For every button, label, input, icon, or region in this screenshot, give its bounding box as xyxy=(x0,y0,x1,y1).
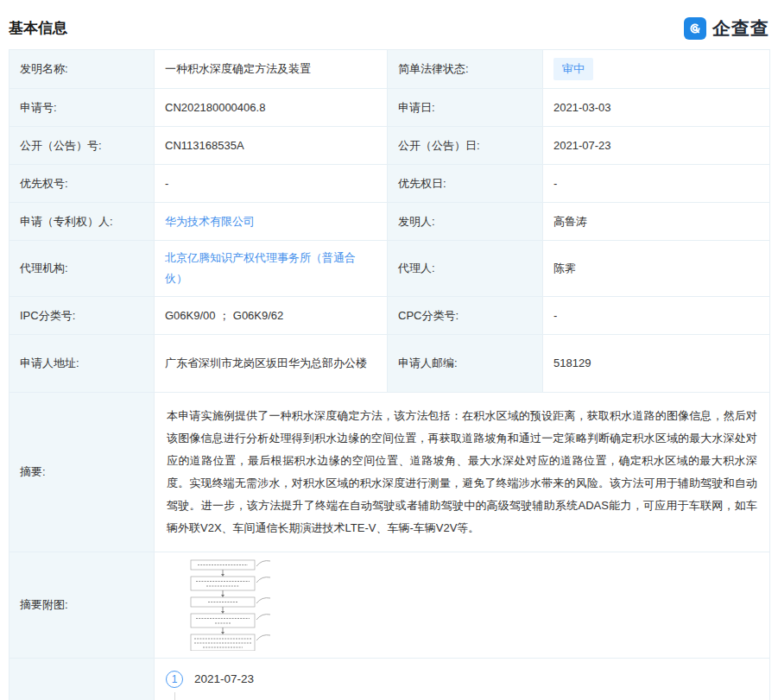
table-row: 摘要: 本申请实施例提供了一种积水深度确定方法，该方法包括：在积水区域的预设距离… xyxy=(9,393,770,552)
agent-value: 陈霁 xyxy=(543,241,770,297)
page-title: 基本信息 xyxy=(9,18,67,38)
cpc-label: CPC分类号: xyxy=(388,297,543,335)
publication-date-label: 公开（公告）日: xyxy=(388,127,543,165)
publication-date-value: 2021-07-23 xyxy=(543,127,770,165)
table-row: 摘要附图: xyxy=(9,552,770,659)
applicant-address-value: 广东省深圳市龙岗区坂田华为总部办公楼 xyxy=(155,335,388,393)
invention-name-label: 发明名称: xyxy=(9,50,155,89)
table-row: IPC分类号: G06K9/00 ； G06K9/62 CPC分类号: - xyxy=(9,297,770,335)
application-no-value: CN202180000406.8 xyxy=(155,89,388,127)
table-row: 申请人地址: 广东省深圳市龙岗区坂田华为总部办公楼 申请人邮编: 518129 xyxy=(9,335,770,393)
agency-cell: 北京亿腾知识产权代理事务所（普通合伙） xyxy=(155,241,388,297)
agency-label: 代理机构: xyxy=(9,241,155,297)
table-row: 发明名称: 一种积水深度确定方法及装置 简单法律状态: 审中 xyxy=(9,50,770,89)
status-badge: 审中 xyxy=(553,58,593,80)
applicant-link[interactable]: 华为技术有限公司 xyxy=(165,215,255,228)
applicant-address-label: 申请人地址: xyxy=(9,335,155,393)
simple-legal-status-cell: 审中 xyxy=(543,50,770,89)
application-date-value: 2021-03-03 xyxy=(543,89,770,127)
basic-info-table: 发明名称: 一种积水深度确定方法及装置 简单法律状态: 审中 申请号: CN20… xyxy=(9,49,770,700)
abstract-figure-label: 摘要附图: xyxy=(9,552,155,659)
abstract-figure-cell xyxy=(155,552,770,659)
timeline-step-number: 1 xyxy=(166,671,183,688)
applicant-zip-label: 申请人邮编: xyxy=(388,335,543,393)
section-header: 基本信息 企查查 xyxy=(9,0,769,49)
patent-basic-info-page: 基本信息 企查查 发明名称: 一种积水深度确定方法及装置 简单法律状态: 审中 xyxy=(0,0,778,700)
priority-date-label: 优先权日: xyxy=(388,165,543,203)
application-date-label: 申请日: xyxy=(388,89,543,127)
priority-date-value: - xyxy=(543,165,770,203)
priority-no-value: - xyxy=(155,165,388,203)
simple-legal-status-label: 简单法律状态: xyxy=(388,50,543,89)
timeline-marker: 1 xyxy=(165,671,184,700)
applicant-label: 申请（专利权）人: xyxy=(9,203,155,241)
table-row: 代理机构: 北京亿腾知识产权代理事务所（普通合伙） 代理人: 陈霁 xyxy=(9,241,770,297)
application-no-label: 申请号: xyxy=(9,89,155,127)
ipc-label: IPC分类号: xyxy=(9,297,155,335)
legal-status-date: 2021-07-23 xyxy=(194,671,254,688)
agent-label: 代理人: xyxy=(388,241,543,297)
cpc-value: - xyxy=(543,297,770,335)
timeline-content: 2021-07-23 公开 xyxy=(194,671,254,700)
publication-no-label: 公开（公告）号: xyxy=(9,127,155,165)
timeline-connector-line xyxy=(174,692,175,700)
publication-no-value: CN113168535A xyxy=(155,127,388,165)
inventor-label: 发明人: xyxy=(388,203,543,241)
flowchart-thumbnail xyxy=(177,559,759,651)
inventor-value: 高鲁涛 xyxy=(543,203,770,241)
qichacha-logo-text: 企查查 xyxy=(712,16,769,41)
qichacha-logo-icon xyxy=(684,17,706,40)
table-row: 优先权号: - 优先权日: - xyxy=(9,165,770,203)
table-row: 法律状态: 1 2021-07-23 公开 xyxy=(9,659,770,700)
legal-status-label: 法律状态: xyxy=(9,659,155,700)
priority-no-label: 优先权号: xyxy=(9,165,155,203)
legal-status-cell: 1 2021-07-23 公开 xyxy=(155,659,770,700)
applicant-cell: 华为技术有限公司 xyxy=(155,203,388,241)
table-row: 公开（公告）号: CN113168535A 公开（公告）日: 2021-07-2… xyxy=(9,127,770,165)
ipc-value: G06K9/00 ； G06K9/62 xyxy=(155,297,388,335)
qichacha-logo: 企查查 xyxy=(684,16,769,41)
table-row: 申请（专利权）人: 华为技术有限公司 发明人: 高鲁涛 xyxy=(9,203,770,241)
abstract-label: 摘要: xyxy=(9,393,155,552)
agency-link[interactable]: 北京亿腾知识产权代理事务所（普通合伙） xyxy=(165,251,356,285)
abstract-text: 本申请实施例提供了一种积水深度确定方法，该方法包括：在积水区域的预设距离，获取积… xyxy=(155,393,770,552)
applicant-zip-value: 518129 xyxy=(543,335,770,393)
table-row: 申请号: CN202180000406.8 申请日: 2021-03-03 xyxy=(9,89,770,127)
legal-status-timeline-item: 1 2021-07-23 公开 xyxy=(165,671,759,700)
invention-name-value: 一种积水深度确定方法及装置 xyxy=(155,50,388,89)
